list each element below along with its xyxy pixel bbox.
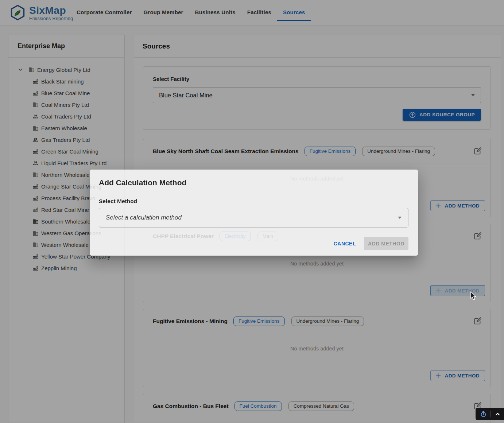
floating-toolbar: [476, 408, 504, 420]
dialog-title: Add Calculation Method: [99, 178, 408, 187]
toolbar-divider: [491, 411, 491, 417]
select-method-label: Select Method: [99, 198, 408, 205]
calculation-method-select[interactable]: Select a calculation method: [99, 208, 408, 228]
stopwatch-icon[interactable]: [480, 410, 487, 418]
collapse-chevron-up-icon[interactable]: [494, 411, 501, 418]
method-select-placeholder: Select a calculation method: [106, 214, 182, 221]
add-method-submit-button[interactable]: ADD METHOD: [364, 237, 408, 250]
cancel-button[interactable]: CANCEL: [330, 238, 360, 249]
add-calculation-method-dialog: Add Calculation Method Select Method Sel…: [90, 170, 418, 256]
dropdown-caret-icon: [398, 217, 402, 219]
